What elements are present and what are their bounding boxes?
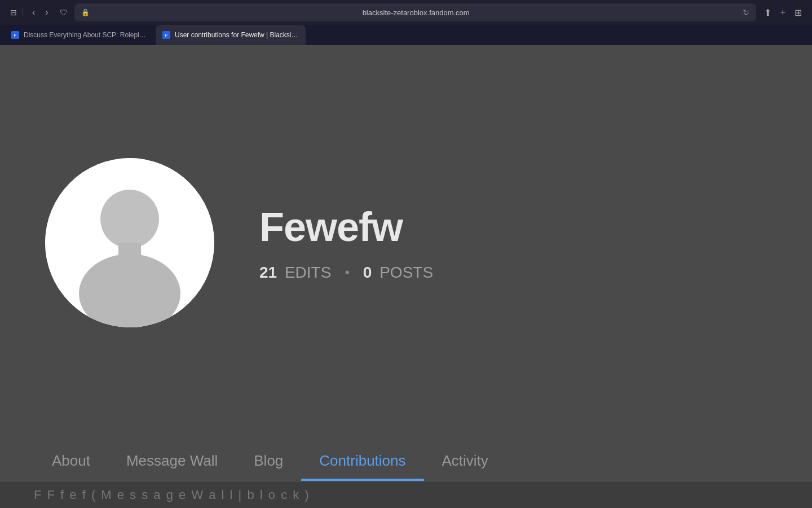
share-icon: ⬆ <box>764 8 771 17</box>
tab-overview-button[interactable]: ⊟ <box>7 6 20 19</box>
avatar <box>45 158 214 327</box>
stats-row: 21 EDITS • 0 POSTS <box>259 264 433 282</box>
svg-point-1 <box>100 190 159 248</box>
grid-icon: ⊞ <box>795 8 802 17</box>
browser-actions: ⬆ + ⊞ <box>761 5 805 20</box>
posts-number: 0 <box>363 264 372 281</box>
profile-info: Fewefw 21 EDITS • 0 POSTS <box>259 204 433 282</box>
separator-dot: • <box>345 265 349 281</box>
tab-about[interactable]: About <box>34 440 108 481</box>
back-icon: ‹ <box>32 7 35 17</box>
avatar-container <box>45 158 214 327</box>
refresh-button[interactable]: ↻ <box>743 8 749 17</box>
nav-controls: ‹ › <box>28 5 53 20</box>
tab-message-wall[interactable]: Message Wall <box>108 440 236 481</box>
tab-blog[interactable]: Blog <box>236 440 301 481</box>
svg-rect-3 <box>118 243 141 260</box>
tab-switcher: ⊟ <box>7 6 23 19</box>
address-bar[interactable]: 🔒 blacksite-zetaroblox.fandom.com ↻ <box>74 3 756 21</box>
posts-count: 0 POSTS <box>363 264 433 282</box>
browser-chrome: ⊟ ‹ › 🛡 🔒 blacksite-zetaroblox.fandom.co… <box>0 0 812 45</box>
share-button[interactable]: ⬆ <box>761 5 775 20</box>
username: Fewefw <box>259 204 433 250</box>
lock-icon: 🔒 <box>81 8 90 16</box>
nav-tabs: About Message Wall Blog Contributions Ac… <box>34 440 778 481</box>
page-content: Fewefw 21 EDITS • 0 POSTS About Message … <box>0 45 812 508</box>
grid-button[interactable]: ⊞ <box>791 5 805 20</box>
forward-icon: › <box>45 7 48 17</box>
title-bar: ⊟ ‹ › 🛡 🔒 blacksite-zetaroblox.fandom.co… <box>0 0 812 25</box>
bottom-bar-hint: F F f e f ( M e s s a g e W a l l | b l … <box>34 488 310 502</box>
posts-label: POSTS <box>379 264 433 281</box>
new-tab-button[interactable]: + <box>777 5 789 20</box>
bottom-bar: F F f e f ( M e s s a g e W a l l | b l … <box>0 481 812 508</box>
forward-button[interactable]: › <box>41 5 52 20</box>
refresh-icon: ↻ <box>743 8 749 17</box>
tab-favicon-2: F <box>162 31 170 39</box>
shield-icon: 🛡 <box>58 8 70 17</box>
address-text: blacksite-zetaroblox.fandom.com <box>94 8 738 17</box>
tab-label-1: Discuss Everything About SCP: Roleplay W… <box>24 31 148 39</box>
tab-contributions[interactable]: Contributions <box>301 440 423 481</box>
profile-section: Fewefw 21 EDITS • 0 POSTS <box>0 45 812 440</box>
tab-favicon-1: F <box>11 31 19 39</box>
tab-label-2: User contributions for Fewefw | Blacksit… <box>175 31 299 39</box>
nav-tabs-section: About Message Wall Blog Contributions Ac… <box>0 440 812 481</box>
new-tab-icon: + <box>780 7 785 17</box>
browser-tab-1[interactable]: F Discuss Everything About SCP: Roleplay… <box>5 25 155 45</box>
edits-number: 21 <box>259 264 277 281</box>
back-button[interactable]: ‹ <box>28 5 39 20</box>
browser-tab-2[interactable]: F User contributions for Fewefw | Blacks… <box>156 25 306 45</box>
edits-label: EDITS <box>285 264 331 281</box>
tab-activity[interactable]: Activity <box>424 440 506 481</box>
tabs-bar: F Discuss Everything About SCP: Roleplay… <box>0 25 812 45</box>
edits-count: 21 EDITS <box>259 264 331 282</box>
